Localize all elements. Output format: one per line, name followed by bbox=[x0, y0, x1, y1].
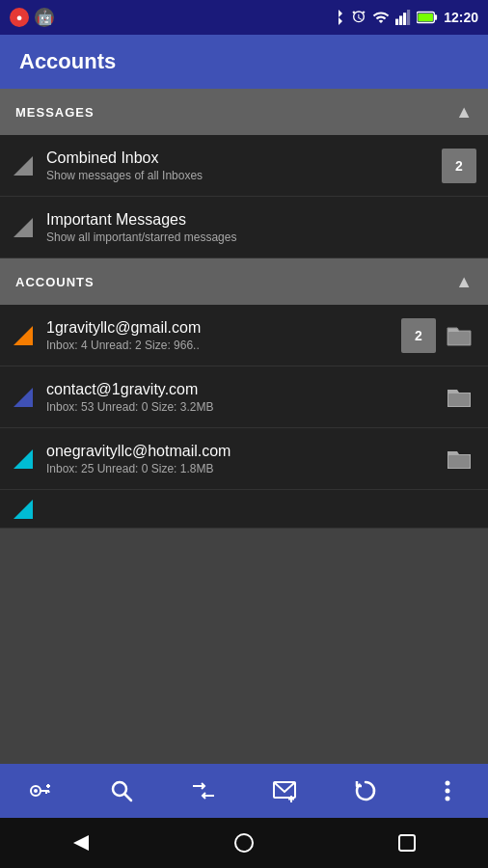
svg-point-24 bbox=[445, 781, 449, 786]
partial-account-item[interactable] bbox=[0, 490, 488, 529]
account-gmail-text: 1gravityllc@gmail.com Inbox: 4 Unread: 2… bbox=[46, 319, 393, 352]
accounts-collapse-icon[interactable]: ▲ bbox=[455, 272, 473, 292]
account-contact-title: contact@1gravity.com bbox=[46, 381, 436, 398]
svg-rect-29 bbox=[399, 835, 415, 851]
accounts-section-label: ACCOUNTS bbox=[15, 275, 95, 289]
combined-inbox-subtitle: Show messages of all Inboxes bbox=[46, 169, 434, 182]
back-button[interactable] bbox=[58, 820, 104, 866]
add-account-button[interactable] bbox=[17, 768, 64, 814]
svg-point-28 bbox=[235, 834, 253, 852]
home-button[interactable] bbox=[221, 820, 267, 866]
status-bar-right-icons: 12:20 bbox=[332, 9, 478, 26]
svg-rect-1 bbox=[399, 15, 402, 25]
account-contact-text: contact@1gravity.com Inbox: 53 Unread: 0… bbox=[46, 381, 436, 414]
combined-inbox-flag-icon bbox=[12, 154, 35, 177]
combined-inbox-badge: 2 bbox=[442, 149, 476, 183]
svg-rect-0 bbox=[395, 19, 398, 25]
important-messages-flag-icon bbox=[12, 216, 35, 239]
recent-button[interactable] bbox=[384, 820, 430, 866]
combined-inbox-item[interactable]: Combined Inbox Show messages of all Inbo… bbox=[0, 135, 488, 197]
app-header: Accounts bbox=[0, 35, 488, 89]
account-hotmail-item[interactable]: onegravityllc@hotmail.com Inbox: 25 Unre… bbox=[0, 428, 488, 490]
important-messages-title: Important Messages bbox=[46, 211, 476, 229]
status-bar-left-icons: ● 🤖 bbox=[10, 8, 54, 27]
alarm-icon bbox=[351, 10, 366, 25]
account-gmail-subtitle: Inbox: 4 Unread: 2 Size: 966.. bbox=[46, 339, 393, 352]
account-hotmail-text: onegravityllc@hotmail.com Inbox: 25 Unre… bbox=[46, 443, 436, 475]
android-icon: 🤖 bbox=[35, 8, 54, 27]
partial-account-flag-icon bbox=[12, 498, 35, 521]
account-gmail-folder-icon[interactable] bbox=[442, 318, 476, 353]
svg-rect-5 bbox=[435, 14, 438, 20]
messages-collapse-icon[interactable]: ▲ bbox=[455, 102, 473, 122]
android-nav-bar bbox=[0, 818, 488, 868]
combined-inbox-title: Combined Inbox bbox=[46, 149, 434, 167]
svg-line-18 bbox=[125, 795, 132, 801]
account-hotmail-folder-icon[interactable] bbox=[442, 442, 476, 476]
page-title: Accounts bbox=[19, 49, 116, 74]
account-contact-flag-icon bbox=[12, 386, 35, 409]
svg-rect-7 bbox=[448, 332, 470, 344]
messages-section-header[interactable]: MESSAGES ▲ bbox=[0, 89, 488, 135]
bottom-toolbar bbox=[0, 764, 488, 818]
svg-rect-9 bbox=[448, 455, 470, 468]
svg-point-25 bbox=[445, 789, 449, 794]
account-gmail-flag-icon bbox=[12, 324, 35, 347]
svg-point-26 bbox=[445, 797, 449, 801]
account-hotmail-flag-icon bbox=[12, 448, 35, 471]
account-gmail-badge: 2 bbox=[401, 318, 436, 353]
account-hotmail-subtitle: Inbox: 25 Unread: 0 Size: 1.8MB bbox=[46, 462, 436, 475]
svg-rect-2 bbox=[403, 13, 406, 25]
account-hotmail-title: onegravityllc@hotmail.com bbox=[46, 443, 436, 460]
account-gmail-title: 1gravityllc@gmail.com bbox=[46, 319, 393, 337]
battery-icon bbox=[417, 11, 438, 24]
account-contact-item[interactable]: contact@1gravity.com Inbox: 53 Unread: 0… bbox=[0, 366, 488, 428]
status-time: 12:20 bbox=[444, 10, 478, 25]
more-button[interactable] bbox=[424, 768, 471, 814]
svg-rect-8 bbox=[448, 393, 470, 406]
messages-section-label: MESSAGES bbox=[15, 105, 95, 120]
combined-inbox-text: Combined Inbox Show messages of all Inbo… bbox=[46, 149, 434, 182]
important-messages-subtitle: Show all important/starred messages bbox=[46, 231, 476, 244]
signal-icon bbox=[395, 10, 411, 25]
accounts-section-header[interactable]: ACCOUNTS ▲ bbox=[0, 258, 488, 305]
account-contact-subtitle: Inbox: 53 Unread: 0 Size: 3.2MB bbox=[46, 400, 436, 414]
sort-button[interactable] bbox=[180, 768, 227, 814]
main-content: MESSAGES ▲ Combined Inbox Show messages … bbox=[0, 89, 488, 764]
svg-marker-27 bbox=[73, 835, 89, 851]
notification-dot-icon: ● bbox=[10, 8, 29, 27]
search-button[interactable] bbox=[98, 768, 145, 814]
account-gmail-item[interactable]: 1gravityllc@gmail.com Inbox: 4 Unread: 2… bbox=[0, 305, 488, 366]
svg-point-11 bbox=[34, 789, 38, 793]
wifi-icon bbox=[372, 10, 390, 25]
svg-rect-3 bbox=[407, 10, 410, 25]
refresh-button[interactable] bbox=[342, 768, 389, 814]
account-contact-folder-icon[interactable] bbox=[442, 380, 476, 415]
status-bar: ● 🤖 12:20 bbox=[0, 0, 488, 35]
important-messages-item[interactable]: Important Messages Show all important/st… bbox=[0, 197, 488, 258]
bluetooth-icon bbox=[332, 9, 345, 26]
important-messages-text: Important Messages Show all important/st… bbox=[46, 211, 476, 244]
compose-button[interactable] bbox=[261, 768, 308, 814]
svg-rect-6 bbox=[419, 14, 434, 21]
